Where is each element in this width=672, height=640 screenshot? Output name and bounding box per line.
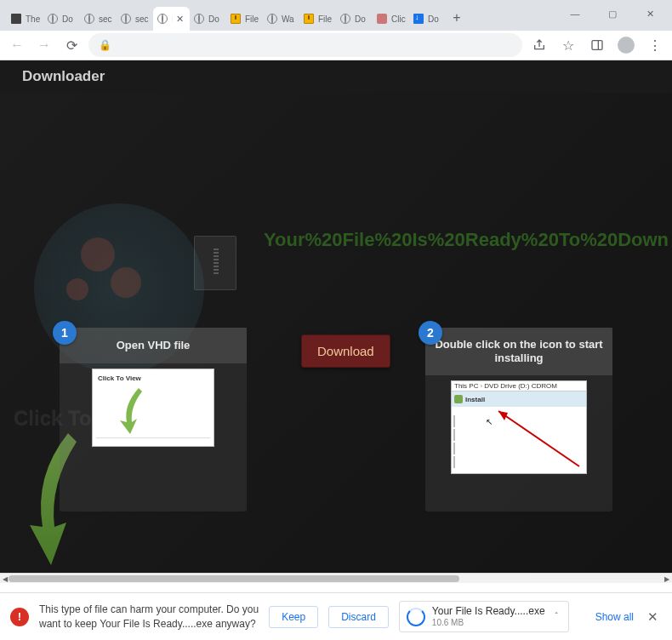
tab-0[interactable]: The	[7, 7, 43, 31]
shelf-close-icon[interactable]: ✕	[644, 606, 662, 628]
horizontal-scrollbar[interactable]: ◀ ▶	[0, 573, 672, 583]
step-screenshot-1: Click To View	[92, 369, 214, 447]
new-tab-button[interactable]: +	[446, 7, 468, 29]
minimize-button[interactable]: —	[563, 5, 587, 22]
close-window-button[interactable]: ✕	[638, 5, 662, 22]
lock-file-icon	[304, 14, 314, 24]
download-shelf: ! This type of file can harm your comput…	[0, 592, 672, 640]
forward-button[interactable]: →	[34, 35, 54, 55]
share-icon[interactable]	[529, 35, 550, 55]
tab-6[interactable]: File	[226, 7, 263, 31]
title-bar: The Do sec sec I✕ Do File Wa File Do Cli…	[0, 0, 672, 31]
zip-file-icon	[194, 236, 236, 290]
list-stub-icon	[453, 443, 455, 454]
list-stub-icon	[453, 415, 455, 427]
step-title-2: Double click on the icon to start instal…	[425, 328, 612, 375]
tab-label: File	[245, 14, 259, 24]
reload-button[interactable]: ⟳	[61, 35, 82, 55]
tab-label: Do	[208, 14, 223, 24]
tab-label: Wa	[282, 14, 296, 24]
show-all-button[interactable]: Show all	[595, 611, 634, 623]
tab-close-icon[interactable]: ✕	[176, 14, 186, 24]
browser-toolbar: ← → ⟳ 🔒 ☆ ⋮	[0, 31, 672, 60]
tab-10[interactable]: Clic	[373, 7, 409, 31]
globe-icon	[157, 14, 168, 24]
tab-label: sec	[135, 14, 150, 24]
tab-strip: The Do sec sec I✕ Do File Wa File Do Cli…	[7, 7, 468, 31]
tab-label: Do	[355, 14, 369, 24]
step-screenshot-2: This PC›DVD Drive (D:) CDROM Install ↖	[451, 380, 587, 474]
watermark-dot	[111, 267, 141, 298]
menu-kebab-icon[interactable]: ⋮	[645, 35, 665, 55]
address-bar[interactable]: 🔒	[88, 33, 522, 57]
step-title-1: Open VHD file	[60, 328, 247, 363]
tab-label: File	[318, 14, 333, 24]
list-stub-icon	[453, 429, 455, 441]
tab-label: Do	[428, 14, 442, 24]
lock-file-icon	[231, 14, 241, 24]
watermark-dot	[66, 278, 88, 300]
page-title: Downloader	[22, 68, 105, 85]
svg-rect-0	[592, 41, 602, 50]
profile-avatar-icon[interactable]	[616, 35, 636, 55]
page-header: Downloader	[0, 60, 672, 93]
download-button[interactable]: Download	[301, 334, 390, 368]
step-badge-1: 1	[53, 321, 77, 345]
ctv-mini-text: Click To View	[98, 374, 141, 382]
site-icon	[377, 14, 387, 24]
tab-7[interactable]: Wa	[263, 7, 299, 31]
download-filename: Your File Is Ready.....exe	[432, 605, 545, 618]
tab-2[interactable]: sec	[80, 7, 117, 31]
globe-icon	[121, 14, 131, 24]
download-item[interactable]: Your File Is Ready.....exe 10.6 MB ˆ	[399, 601, 569, 633]
svg-marker-3	[498, 411, 508, 420]
list-stub-icon	[453, 456, 455, 468]
tab-label: The	[26, 14, 40, 24]
globe-icon	[194, 14, 204, 24]
watermark-dot	[81, 237, 115, 271]
globe-icon	[48, 14, 58, 24]
download-icon	[413, 14, 424, 24]
mini-arrow-icon	[115, 385, 149, 436]
headline-text: Your%20File%20Is%20Ready%20To%20Down	[264, 229, 672, 251]
download-menu-chevron-icon[interactable]: ˆ	[552, 612, 561, 621]
tab-5[interactable]: Do	[190, 7, 226, 31]
lock-icon: 🔒	[99, 39, 111, 51]
warning-icon: !	[10, 608, 29, 626]
keep-button[interactable]: Keep	[269, 606, 318, 628]
side-panel-icon[interactable]	[587, 35, 607, 55]
tab-3[interactable]: sec	[117, 7, 153, 31]
tab-8[interactable]: File	[299, 7, 336, 31]
red-arrow-icon	[452, 381, 587, 474]
back-button[interactable]: ←	[7, 35, 27, 55]
download-info: Your File Is Ready.....exe 10.6 MB	[432, 605, 545, 629]
tab-label: Do	[62, 14, 77, 24]
maximize-button[interactable]: ▢	[601, 5, 624, 22]
tab-4-active[interactable]: I✕	[153, 7, 190, 31]
page-body: Your%20File%20Is%20Ready%20To%20Down Cli…	[0, 93, 672, 583]
warning-message: This type of file can harm your computer…	[39, 603, 259, 630]
tab-label: Clic	[391, 14, 406, 24]
printer-icon	[11, 14, 21, 24]
svg-line-2	[498, 411, 579, 466]
page-viewport: Downloader Your%20File%20Is%20Ready%20To…	[0, 60, 672, 583]
globe-icon	[340, 14, 350, 24]
scroll-right-icon[interactable]: ▶	[662, 574, 672, 583]
step-badge-2: 2	[419, 321, 442, 345]
download-progress-icon	[407, 608, 425, 626]
tab-1[interactable]: Do	[43, 7, 80, 31]
mini-footer	[96, 437, 210, 444]
globe-icon	[84, 14, 94, 24]
scrollbar-thumb[interactable]	[9, 575, 459, 582]
step-card-1: 1 Open VHD file Click To View	[60, 328, 247, 511]
globe-icon	[267, 14, 277, 24]
step-card-2: 2 Double click on the icon to start inst…	[425, 328, 612, 511]
tab-label: sec	[99, 14, 113, 24]
warning-line-1: This type of file can harm your computer…	[39, 603, 259, 615]
bookmark-star-icon[interactable]: ☆	[558, 35, 578, 55]
warning-line-2: want to keep Your File Is Ready.....exe …	[39, 618, 256, 630]
discard-button[interactable]: Discard	[328, 606, 389, 628]
window-controls: — ▢ ✕	[553, 0, 672, 27]
tab-9[interactable]: Do	[336, 7, 373, 31]
tab-11[interactable]: Do	[409, 7, 446, 31]
